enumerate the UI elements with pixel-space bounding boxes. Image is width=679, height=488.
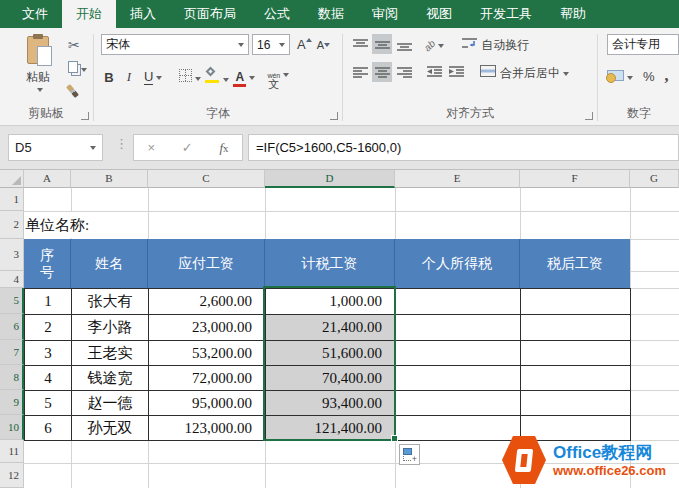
increase-font-size-button[interactable]: A [293, 37, 310, 52]
column-header-c[interactable]: C [148, 170, 265, 188]
tab-insert[interactable]: 插入 [116, 0, 170, 28]
tab-developer[interactable]: 开发工具 [466, 0, 546, 28]
table-header-taxable[interactable]: 计税工资 [265, 239, 395, 288]
cell-payable[interactable]: 123,000.00 [149, 416, 266, 441]
cell-taxable[interactable]: 70,400.00 [266, 366, 396, 391]
comma-style-button[interactable]: , [665, 67, 669, 85]
cell-payable[interactable]: 53,200.00 [149, 341, 266, 366]
decrease-font-size-button[interactable]: A [313, 39, 328, 51]
increase-indent-icon[interactable] [446, 62, 466, 82]
table-header-payable[interactable]: 应付工资 [148, 239, 265, 288]
cell-payable[interactable]: 2,600.00 [149, 289, 266, 315]
underline-dropdown-icon[interactable] [156, 76, 162, 83]
cell-unit-name-label[interactable]: 单位名称: [25, 212, 97, 238]
font-color-button[interactable]: A [233, 67, 255, 87]
table-header-income-tax[interactable]: 个人所得税 [395, 239, 520, 288]
align-middle-icon[interactable] [372, 34, 392, 54]
column-header-a[interactable]: A [24, 170, 71, 188]
cell-after-tax[interactable] [521, 289, 631, 315]
copy-button[interactable] [68, 59, 87, 77]
cell-name[interactable]: 钱途宽 [72, 366, 149, 391]
name-box-dropdown-icon[interactable] [90, 146, 96, 153]
cell-after-tax[interactable] [521, 341, 631, 366]
column-header-d[interactable]: D [265, 170, 395, 188]
accounting-format-button[interactable] [607, 67, 633, 85]
column-header-f[interactable]: F [520, 170, 630, 188]
bold-button[interactable]: B [101, 66, 117, 88]
cell-income-tax[interactable] [396, 391, 521, 416]
tab-review[interactable]: 审阅 [358, 0, 412, 28]
font-family-combobox[interactable]: 宋体 [101, 34, 249, 55]
underline-button[interactable]: U [144, 70, 153, 85]
row-header-5[interactable]: 5 [0, 288, 24, 314]
row-header-1[interactable]: 1 [0, 188, 24, 211]
formula-input[interactable]: =IF(C5>1600,C5-1600,0) [248, 134, 679, 161]
font-dialog-launcher-icon[interactable] [330, 112, 338, 120]
tab-formulas[interactable]: 公式 [250, 0, 304, 28]
align-center-icon[interactable] [372, 62, 392, 82]
format-painter-icon[interactable] [66, 84, 79, 98]
row-header-9[interactable]: 9 [0, 390, 24, 415]
row-header-3[interactable]: 3 [0, 239, 24, 271]
cell-after-tax[interactable] [521, 366, 631, 391]
cell-taxable[interactable]: 121,400.00 [266, 416, 396, 441]
orientation-button[interactable]: ab [424, 35, 444, 53]
row-header-8[interactable]: 8 [0, 365, 24, 390]
number-format-combobox[interactable]: 会计专用 [607, 34, 679, 55]
fill-handle[interactable] [391, 435, 398, 442]
align-left-icon[interactable] [350, 62, 370, 82]
cell-income-tax[interactable] [396, 315, 521, 341]
tab-view[interactable]: 视图 [412, 0, 466, 28]
cut-icon[interactable]: ✂ [68, 38, 80, 52]
cell-taxable[interactable]: 93,400.00 [266, 391, 396, 416]
insert-function-icon[interactable]: fx [219, 140, 228, 156]
cell-income-tax[interactable] [396, 289, 521, 315]
row-header-7[interactable]: 7 [0, 340, 24, 365]
select-all-corner[interactable] [0, 170, 24, 188]
column-header-b[interactable]: B [71, 170, 148, 188]
cell-name[interactable]: 李小路 [72, 315, 149, 341]
enter-icon[interactable]: ✓ [182, 140, 193, 155]
merge-center-button[interactable]: 合并后居中 [480, 63, 569, 82]
tab-data[interactable]: 数据 [304, 0, 358, 28]
cell-serial[interactable]: 6 [25, 416, 72, 441]
cell-serial[interactable]: 2 [25, 315, 72, 341]
table-header-serial[interactable]: 序号 [24, 239, 71, 288]
cancel-icon[interactable]: × [147, 140, 155, 155]
cell-income-tax[interactable] [396, 366, 521, 391]
row-header-2[interactable]: 2 [0, 211, 24, 239]
cell-name[interactable]: 张大有 [72, 289, 149, 315]
wrap-text-button[interactable]: 自动换行 [462, 35, 529, 54]
cell-after-tax[interactable] [521, 391, 631, 416]
tab-home[interactable]: 开始 [62, 0, 116, 28]
row-header-6[interactable]: 6 [0, 314, 24, 340]
cell-serial[interactable]: 5 [25, 391, 72, 416]
alignment-dialog-launcher-icon[interactable] [585, 112, 593, 120]
tab-file[interactable]: 文件 [8, 0, 62, 28]
row-header-4[interactable]: 4 [0, 271, 24, 288]
table-header-name[interactable]: 姓名 [71, 239, 148, 288]
column-header-e[interactable]: E [395, 170, 520, 188]
cell-serial[interactable]: 4 [25, 366, 72, 391]
cell-income-tax[interactable] [396, 341, 521, 366]
column-header-g[interactable]: G [630, 170, 679, 188]
cell-payable[interactable]: 23,000.00 [149, 315, 266, 341]
cell-name[interactable]: 赵一德 [72, 391, 149, 416]
cell-serial[interactable]: 3 [25, 341, 72, 366]
italic-button[interactable]: I [121, 66, 137, 88]
row-header-12[interactable]: 12 [0, 463, 24, 488]
phonetic-guide-button[interactable]: wén文 [267, 64, 289, 90]
cell-payable[interactable]: 72,000.00 [149, 366, 266, 391]
borders-button[interactable] [179, 68, 201, 86]
font-size-combobox[interactable]: 16 [252, 34, 290, 55]
auto-fill-options-button[interactable]: + [399, 444, 420, 465]
cell-taxable[interactable]: 51,600.00 [266, 341, 396, 366]
cell-after-tax[interactable] [521, 315, 631, 341]
tab-page-layout[interactable]: 页面布局 [170, 0, 250, 28]
paste-dropdown-icon[interactable] [37, 88, 43, 95]
decrease-indent-icon[interactable] [424, 62, 444, 82]
cell-serial[interactable]: 1 [25, 289, 72, 315]
tab-help[interactable]: 帮助 [546, 0, 600, 28]
row-header-11[interactable]: 11 [0, 440, 24, 463]
cell-taxable[interactable]: 21,400.00 [266, 315, 396, 341]
